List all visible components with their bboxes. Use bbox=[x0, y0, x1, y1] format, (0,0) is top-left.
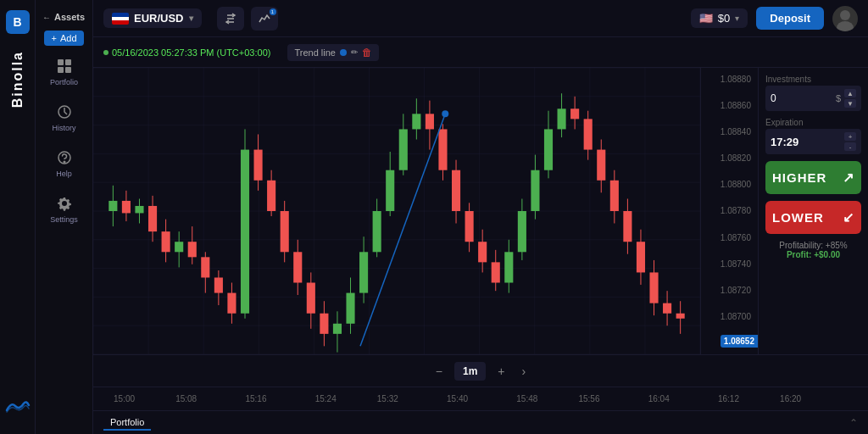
investment-currency: $ bbox=[836, 93, 841, 103]
time-tick-4: 15:32 bbox=[377, 394, 398, 403]
lower-label: LOWER bbox=[772, 210, 824, 225]
brand-logo: B bbox=[6, 10, 30, 34]
timeframe-minus-button[interactable]: − bbox=[431, 361, 448, 381]
arrow-icon: ← bbox=[42, 13, 51, 22]
add-label: Add bbox=[60, 33, 77, 43]
sidebar: ← Assets + Add Portfolio History Help Se… bbox=[36, 0, 93, 434]
price-tick-5: 1.08780 bbox=[704, 206, 754, 215]
svg-point-8 bbox=[837, 21, 854, 31]
svg-rect-1 bbox=[65, 59, 71, 65]
trendline-button[interactable]: Trend line ✏ 🗑 bbox=[287, 44, 379, 61]
add-button[interactable]: + Add bbox=[44, 31, 83, 46]
sidebar-portfolio-label: Portfolio bbox=[50, 78, 78, 86]
time-tick-5: 15:40 bbox=[447, 394, 468, 403]
portfolio-tab[interactable]: Portfolio bbox=[103, 415, 151, 431]
time-tick-0: 15:00 bbox=[114, 394, 135, 403]
svg-point-7 bbox=[840, 10, 850, 20]
candle-chart-canvas[interactable] bbox=[93, 68, 700, 354]
chart-toolbar: 05/16/2023 05:27:33 PM (UTC+03:00) Trend… bbox=[93, 37, 868, 68]
trendline-label: Trend line bbox=[294, 47, 336, 58]
investment-decrease-button[interactable]: ▼ bbox=[844, 99, 856, 108]
expiration-section: Expiration 17:29 + - bbox=[765, 118, 861, 154]
sidebar-item-portfolio[interactable]: Portfolio bbox=[36, 49, 92, 95]
brand-name: Binolla bbox=[10, 51, 25, 108]
indicator-tool-button[interactable]: 1 bbox=[251, 7, 278, 31]
price-tick-6: 1.08760 bbox=[704, 233, 754, 242]
header-tools: 1 bbox=[217, 7, 278, 31]
price-tick-0: 1.08880 bbox=[704, 75, 754, 84]
investment-input[interactable] bbox=[771, 92, 832, 104]
higher-label: HIGHER bbox=[772, 170, 826, 185]
asset-name: EUR/USD bbox=[134, 12, 184, 25]
time-tick-10: 16:20 bbox=[780, 394, 801, 403]
chart-area bbox=[93, 68, 700, 354]
chart-bottom-controls: − 1m + › bbox=[93, 354, 868, 387]
sidebar-item-settings[interactable]: Settings bbox=[36, 186, 92, 232]
brand-wave-icon bbox=[5, 398, 31, 417]
balance-selector[interactable]: 🇺🇸 $0 ▾ bbox=[691, 8, 748, 28]
profit-section: Profitability: +85% Profit: +$0.00 bbox=[765, 241, 861, 259]
trendline-delete-icon[interactable]: 🗑 bbox=[362, 47, 372, 58]
investment-stepper: ▲ ▼ bbox=[844, 89, 856, 108]
sidebar-settings-label: Settings bbox=[50, 215, 78, 224]
chart-timestamp: 05/16/2023 05:27:33 PM (UTC+03:00) bbox=[103, 47, 270, 58]
time-tick-3: 15:24 bbox=[315, 394, 337, 403]
header: EUR/USD ▾ 1 🇺🇸 $0 ▾ Deposit bbox=[93, 0, 868, 37]
grid-icon bbox=[56, 58, 73, 75]
higher-button[interactable]: HIGHER ↗ bbox=[765, 161, 861, 194]
compare-icon bbox=[224, 12, 237, 25]
asset-chevron-icon: ▾ bbox=[189, 14, 193, 23]
timeframe-label: 1m bbox=[454, 362, 486, 381]
profit-value: Profit: +$0.00 bbox=[765, 250, 861, 259]
flag-usd: 🇺🇸 bbox=[699, 12, 713, 25]
price-axis: 1.08880 1.08860 1.08840 1.08820 1.08800 … bbox=[700, 68, 758, 354]
price-tick-2: 1.08840 bbox=[704, 127, 754, 136]
brand-bar: B Binolla bbox=[0, 0, 36, 434]
expiration-label: Expiration bbox=[765, 118, 861, 127]
gear-icon bbox=[56, 195, 73, 212]
indicator-icon bbox=[258, 12, 271, 25]
deposit-button[interactable]: Deposit bbox=[756, 7, 824, 30]
indicator-badge: 1 bbox=[270, 8, 276, 15]
eur-flag bbox=[112, 13, 129, 25]
resize-handle-icon[interactable]: ⌃ bbox=[849, 417, 858, 429]
asset-selector[interactable]: EUR/USD ▾ bbox=[103, 8, 202, 28]
time-axis: 15:00 15:08 15:16 15:24 15:32 15:40 15:4… bbox=[93, 387, 868, 410]
trendline-color-dot bbox=[340, 49, 347, 56]
investments-section: Investments $ ▲ ▼ bbox=[765, 75, 861, 111]
time-tick-7: 15:56 bbox=[578, 394, 599, 403]
compare-tool-button[interactable] bbox=[217, 7, 244, 31]
time-tick-9: 16:12 bbox=[718, 394, 739, 403]
avatar[interactable] bbox=[832, 6, 858, 31]
sidebar-assets-header[interactable]: ← Assets bbox=[36, 7, 92, 27]
expiration-stepper: + - bbox=[844, 132, 856, 151]
investment-row: $ ▲ ▼ bbox=[765, 86, 861, 111]
lower-arrow-icon: ↙ bbox=[843, 209, 854, 225]
sidebar-item-help[interactable]: Help bbox=[36, 141, 92, 186]
timestamp-text: 05/16/2023 05:27:33 PM (UTC+03:00) bbox=[112, 47, 270, 58]
investment-increase-button[interactable]: ▲ bbox=[844, 89, 856, 97]
lower-button[interactable]: LOWER ↙ bbox=[765, 201, 861, 234]
timeframe-plus-button[interactable]: + bbox=[492, 361, 509, 381]
investments-label: Investments bbox=[765, 75, 861, 84]
svg-rect-2 bbox=[58, 67, 64, 73]
trendline-edit-icon: ✏ bbox=[351, 47, 358, 57]
profitability-text: Profitability: +85% bbox=[765, 241, 861, 250]
svg-rect-3 bbox=[65, 67, 71, 73]
chart-main-area: 1.08880 1.08860 1.08840 1.08820 1.08800 … bbox=[93, 68, 868, 354]
sidebar-item-history[interactable]: History bbox=[36, 95, 92, 141]
portfolio-tab-bar: Portfolio ⌃ bbox=[93, 410, 868, 434]
price-tick-7: 1.08740 bbox=[704, 259, 754, 269]
expiration-increase-button[interactable]: + bbox=[844, 132, 856, 141]
sidebar-history-label: History bbox=[52, 124, 75, 132]
right-panel: Investments $ ▲ ▼ Expiration 17:29 bbox=[758, 68, 868, 354]
expiration-row: 17:29 + - bbox=[765, 129, 861, 154]
help-icon bbox=[56, 149, 73, 166]
balance-chevron-icon: ▾ bbox=[735, 14, 739, 23]
expiration-decrease-button[interactable]: - bbox=[844, 142, 856, 151]
current-price-badge: 1.08652 bbox=[721, 335, 758, 348]
price-tick-1: 1.08860 bbox=[704, 101, 754, 110]
timeframe-forward-button[interactable]: › bbox=[517, 361, 531, 381]
assets-title: Assets bbox=[54, 12, 85, 22]
svg-rect-0 bbox=[58, 59, 64, 65]
